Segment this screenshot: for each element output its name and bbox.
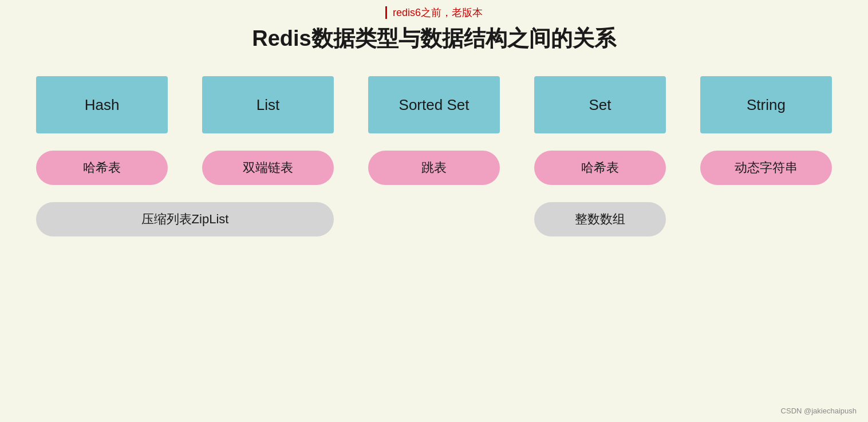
- spacer-sorted-set: [368, 202, 500, 236]
- struct-box-dynamic-string: 动态字符串: [700, 151, 832, 185]
- bottom-box-intset: 整数数组: [534, 202, 666, 236]
- bottom-box-ziplist: 压缩列表ZipList: [36, 202, 334, 236]
- type-box-sorted-set: Sorted Set: [368, 76, 500, 133]
- version-bar-decoration: [385, 6, 387, 19]
- struct-box-doubly-linked: 双端链表: [202, 151, 334, 185]
- watermark: CSDN @jakiechaipush: [781, 407, 857, 415]
- middle-row: 哈希表 双端链表 跳表 哈希表 动态字符串: [23, 151, 845, 185]
- version-label: redis6之前，老版本: [385, 6, 483, 19]
- type-box-set: Set: [534, 76, 666, 133]
- type-box-hash: Hash: [36, 76, 168, 133]
- type-box-string: String: [700, 76, 832, 133]
- page-container: redis6之前，老版本 Redis数据类型与数据结构之间的关系 Hash Li…: [0, 0, 868, 422]
- struct-box-hash-table2: 哈希表: [534, 151, 666, 185]
- bottom-row: 压缩列表ZipList 整数数组: [23, 202, 845, 236]
- diagram-area: Hash List Sorted Set Set String 哈希表 双端链表: [23, 76, 845, 236]
- top-row: Hash List Sorted Set Set String: [23, 76, 845, 133]
- spacer-string: [700, 202, 832, 236]
- main-title: Redis数据类型与数据结构之间的关系: [252, 24, 616, 53]
- struct-box-skiplist: 跳表: [368, 151, 500, 185]
- type-box-list: List: [202, 76, 334, 133]
- version-text: redis6之前，老版本: [393, 6, 483, 19]
- struct-box-hash-table: 哈希表: [36, 151, 168, 185]
